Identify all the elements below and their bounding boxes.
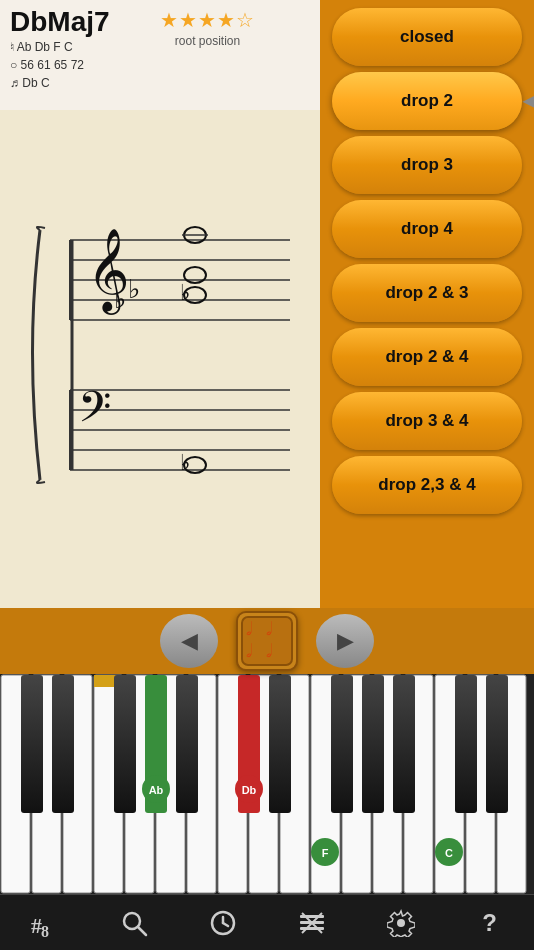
next-button[interactable]: ▶ <box>316 614 374 668</box>
svg-text:♭: ♭ <box>114 285 126 314</box>
svg-rect-50 <box>21 675 43 813</box>
voicing-drop2-button[interactable]: drop 2 ◀ <box>332 72 522 130</box>
svg-text:♭: ♭ <box>180 450 190 475</box>
svg-point-82 <box>397 919 405 927</box>
nav-search[interactable] <box>104 901 164 945</box>
header-panel: DbMaj7 ♮ Ab Db F C ○ 56 61 65 72 ♬ Db C … <box>0 0 320 110</box>
svg-rect-54 <box>176 675 198 813</box>
piano-keyboard: Ab Db F C <box>0 674 534 894</box>
svg-rect-79 <box>300 927 324 930</box>
svg-text:F: F <box>322 847 329 859</box>
svg-text:𝄢: 𝄢 <box>78 384 111 441</box>
voicing-drop2and3-button[interactable]: drop 2 & 3 <box>332 264 522 322</box>
svg-rect-26 <box>242 617 292 665</box>
settings-icon <box>387 909 415 937</box>
prev-button[interactable]: ◀ <box>160 614 218 668</box>
nav-help[interactable]: ? <box>460 901 520 945</box>
svg-text:C: C <box>445 847 453 859</box>
svg-rect-56 <box>269 675 291 813</box>
svg-rect-61 <box>486 675 508 813</box>
controls-row: ◀ 𝅗𝅥 𝅗𝅥 𝅗𝅥 𝅗𝅥 ▶ <box>0 608 534 674</box>
voicing-drop3and4-button[interactable]: drop 3 & 4 <box>332 392 522 450</box>
voicing-drop2and4-button[interactable]: drop 2 & 4 <box>332 328 522 386</box>
svg-rect-58 <box>362 675 384 813</box>
svg-text:♭: ♭ <box>180 280 190 305</box>
sheet-music-svg: 𝄞 𝄢 ♭ ♭ ♭ ♭ <box>10 120 310 640</box>
voicing-closed-button[interactable]: closed <box>332 8 522 66</box>
nav-notation[interactable] <box>282 901 342 945</box>
sheet-music-area: 𝄞 𝄢 ♭ ♭ ♭ ♭ <box>0 110 320 650</box>
star-rating[interactable]: ★★★★☆ <box>160 8 255 32</box>
bottom-navigation: # 8 ? <box>0 894 534 950</box>
svg-text:Ab: Ab <box>149 784 164 796</box>
notation-icon <box>298 909 326 937</box>
piano-svg: Ab Db F C <box>0 674 534 894</box>
notes-line2: ○ 56 61 65 72 <box>10 56 310 74</box>
history-icon <box>209 909 237 937</box>
svg-rect-60 <box>455 675 477 813</box>
nav-settings[interactable] <box>371 901 431 945</box>
nav-chord-symbol[interactable]: # 8 <box>15 901 75 945</box>
voicing-panel: closed drop 2 ◀ drop 3 drop 4 drop 2 & 3… <box>320 0 534 650</box>
svg-text:♭: ♭ <box>128 275 140 304</box>
voicing-drop3-button[interactable]: drop 3 <box>332 136 522 194</box>
notes-line3: ♬ Db C <box>10 74 310 92</box>
svg-text:Db: Db <box>242 784 257 796</box>
svg-rect-59 <box>393 675 415 813</box>
svg-rect-0 <box>10 120 310 640</box>
voicing-drop4-button[interactable]: drop 4 <box>332 200 522 258</box>
svg-line-73 <box>138 927 146 935</box>
dice-button[interactable]: 𝅗𝅥 𝅗𝅥 𝅗𝅥 𝅗𝅥 <box>236 611 298 671</box>
voicing-drop234-button[interactable]: drop 2,3 & 4 <box>332 456 522 514</box>
svg-line-76 <box>223 923 228 926</box>
selected-arrow-icon: ◀ <box>523 88 534 114</box>
position-label: root position <box>160 34 255 48</box>
help-icon: ? <box>482 909 497 937</box>
chord-symbol-icon: # 8 <box>29 907 61 939</box>
svg-text:8: 8 <box>41 923 49 939</box>
svg-rect-57 <box>331 675 353 813</box>
svg-rect-51 <box>52 675 74 813</box>
stars-area: ★★★★☆ root position <box>160 8 255 48</box>
svg-rect-52 <box>114 675 136 813</box>
search-icon <box>120 909 148 937</box>
nav-history[interactable] <box>193 901 253 945</box>
